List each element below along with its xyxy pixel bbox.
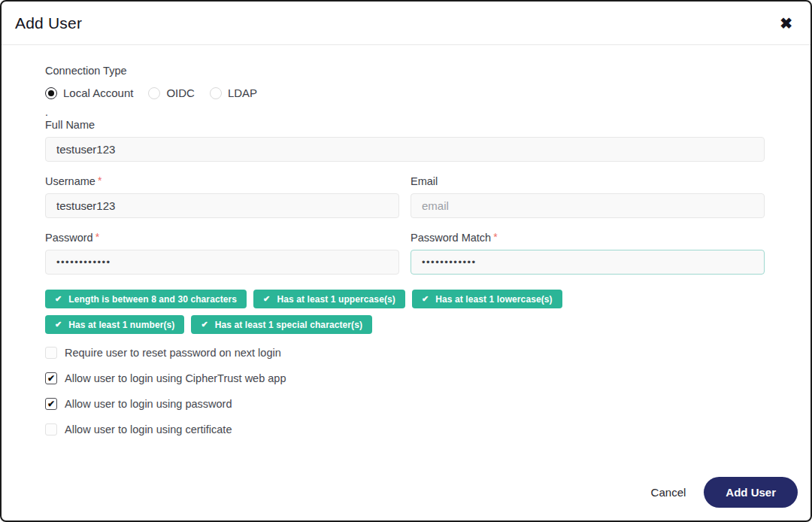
- username-group: Username*: [45, 175, 399, 218]
- radio-local-account-label: Local Account: [63, 86, 133, 99]
- checkbox-certificate-login[interactable]: [45, 423, 57, 436]
- password-rule-text: Length is between 8 and 30 characters: [68, 294, 237, 305]
- radio-ldap-label: LDAP: [228, 86, 257, 99]
- check-icon: ✔: [55, 294, 62, 304]
- password-rule-badge-lowercase: ✔Has at least 1 lowercase(s): [412, 290, 562, 308]
- radio-local-account-icon[interactable]: [45, 87, 57, 99]
- radio-option-oidc[interactable]: OIDC: [148, 86, 195, 99]
- email-input[interactable]: [411, 193, 765, 218]
- password-rule-badge-number: ✔Has at least 1 number(s): [45, 315, 184, 334]
- checkbox-password-login[interactable]: ✔: [45, 398, 57, 410]
- dialog-body: Connection Type Local Account OIDC LDAP …: [2, 45, 810, 436]
- password-match-label: Password Match*: [411, 232, 765, 244]
- checkbox-reset-password[interactable]: [45, 347, 57, 359]
- password-rule-text: Has at least 1 special character(s): [215, 320, 362, 330]
- password-match-group: Password Match*: [411, 232, 765, 275]
- password-row: Password* Password Match*: [45, 218, 765, 275]
- login-options-list: Require user to reset password on next l…: [45, 347, 765, 436]
- password-rule-badge-uppercase: ✔Has at least 1 uppercase(s): [253, 290, 405, 308]
- radio-oidc-icon[interactable]: [148, 87, 160, 99]
- password-match-label-text: Password Match: [411, 232, 491, 244]
- checkbox-web-app[interactable]: ✔: [45, 372, 57, 384]
- email-label: Email: [411, 175, 765, 187]
- dialog-title: Add User: [15, 14, 82, 32]
- password-rules-badges: ✔Length is between 8 and 30 characters ✔…: [45, 290, 699, 334]
- close-icon[interactable]: ✖: [777, 13, 795, 34]
- username-email-row: Username* Email: [45, 162, 765, 218]
- add-user-button[interactable]: Add User: [704, 477, 798, 508]
- checkbox-row-reset-password[interactable]: Require user to reset password on next l…: [45, 347, 765, 359]
- password-label: Password*: [45, 232, 399, 244]
- username-label-text: Username: [45, 175, 95, 187]
- connection-type-label: Connection Type: [45, 65, 765, 77]
- dialog-footer: Cancel Add User: [651, 477, 798, 508]
- dialog-header: Add User ✖: [2, 2, 810, 45]
- check-icon: ✔: [422, 294, 429, 304]
- radio-oidc-label: OIDC: [166, 86, 195, 99]
- username-label: Username*: [45, 175, 399, 187]
- radio-option-ldap[interactable]: LDAP: [210, 86, 257, 99]
- radio-option-local-account[interactable]: Local Account: [45, 86, 133, 99]
- password-label-text: Password: [45, 232, 93, 244]
- cancel-button[interactable]: Cancel: [651, 486, 686, 499]
- check-icon: ✔: [201, 320, 208, 329]
- password-match-input[interactable]: [411, 250, 765, 275]
- password-rule-badge-special: ✔Has at least 1 special character(s): [191, 315, 372, 334]
- password-rule-text: Has at least 1 number(s): [68, 320, 174, 330]
- checkbox-label: Allow user to login using certificate: [65, 423, 232, 436]
- email-group: Email: [411, 175, 765, 218]
- add-user-dialog: Add User ✖ Connection Type Local Account…: [0, 0, 812, 522]
- checkbox-row-certificate-login[interactable]: Allow user to login using certificate: [45, 423, 765, 436]
- password-rule-text: Has at least 1 lowercase(s): [435, 294, 552, 305]
- check-icon: ✔: [263, 294, 270, 304]
- checkbox-row-web-app[interactable]: ✔ Allow user to login using CipherTrust …: [45, 372, 765, 384]
- checkbox-label: Allow user to login using CipherTrust we…: [65, 372, 286, 384]
- password-rule-text: Has at least 1 uppercase(s): [277, 294, 395, 305]
- checkbox-row-password-login[interactable]: ✔ Allow user to login using password: [45, 398, 765, 410]
- required-asterisk: *: [95, 231, 99, 243]
- radio-ldap-icon[interactable]: [210, 87, 222, 99]
- required-asterisk: *: [493, 231, 497, 243]
- checkbox-label: Require user to reset password on next l…: [65, 347, 281, 359]
- username-input[interactable]: [45, 193, 399, 218]
- stray-dot: .: [45, 108, 765, 116]
- password-rule-badge-length: ✔Length is between 8 and 30 characters: [45, 290, 247, 308]
- password-group: Password*: [45, 232, 399, 275]
- checkbox-label: Allow user to login using password: [65, 398, 232, 410]
- connection-type-radio-group: Local Account OIDC LDAP: [45, 86, 765, 99]
- check-icon: ✔: [55, 320, 62, 329]
- full-name-group: Full Name: [45, 119, 765, 162]
- required-asterisk: *: [98, 175, 102, 187]
- full-name-label: Full Name: [45, 119, 765, 131]
- password-input[interactable]: [45, 250, 399, 275]
- full-name-input[interactable]: [45, 137, 765, 162]
